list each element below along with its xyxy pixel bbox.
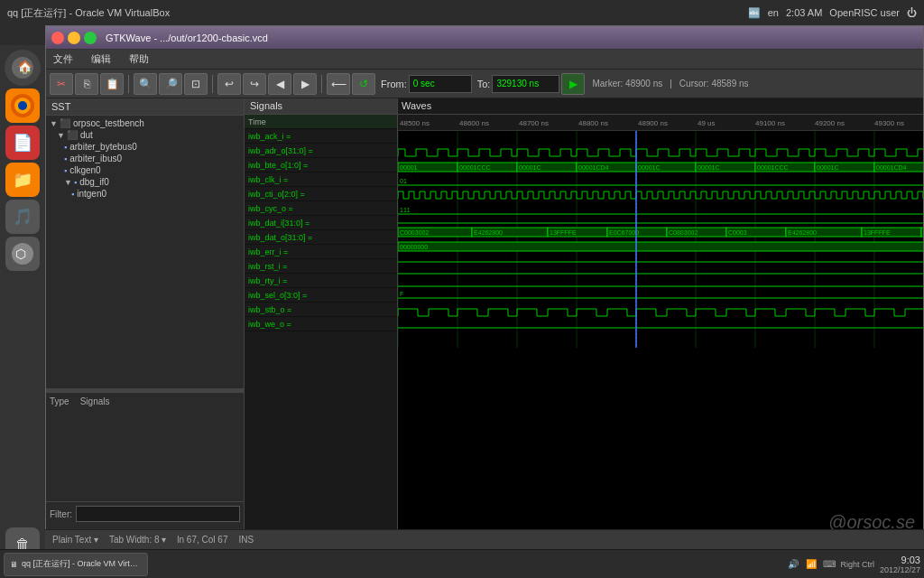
sst-type-signals: Type Signals bbox=[46, 393, 244, 501]
tree-label-arbiter-ibus: arbiter_ibus0 bbox=[69, 154, 122, 163]
signal-row-iwb-err[interactable]: iwb_err_i = bbox=[245, 245, 397, 259]
toolbar-from-label: From: bbox=[381, 79, 407, 89]
waves-area[interactable]: 48500 ns 48600 ns 48700 ns 48800 ns 4890… bbox=[398, 115, 923, 548]
svg-text:E4262800: E4262800 bbox=[788, 229, 817, 236]
sys-tray: 🔊 📶 ⌨ Right Ctrl bbox=[786, 557, 874, 572]
svg-text:E4262800: E4262800 bbox=[474, 229, 503, 236]
menu-file[interactable]: 文件 bbox=[50, 51, 77, 68]
svg-text:48700 ns: 48700 ns bbox=[519, 119, 549, 127]
toolbar-paste-button[interactable]: 📋 bbox=[100, 73, 124, 95]
svg-rect-94 bbox=[398, 242, 923, 251]
filter-input[interactable] bbox=[76, 506, 240, 522]
tree-leaf-icon-1: ▪ bbox=[64, 143, 67, 152]
toolbar-cut-button[interactable]: ✂ bbox=[50, 73, 73, 95]
svg-text:00001C: 00001C bbox=[638, 164, 661, 171]
toolbar-zoom-in-button[interactable]: 🔍 bbox=[134, 73, 157, 95]
sidebar-home-icon[interactable]: 🏠 bbox=[5, 50, 41, 86]
toolbar-copy-button[interactable]: ⎘ bbox=[75, 73, 98, 95]
signal-row-iwb-dat-o[interactable]: iwb_dat_o[31:0] = bbox=[245, 230, 397, 245]
tree-item-arbiter-ibus[interactable]: ▪ arbiter_ibus0 bbox=[62, 153, 242, 164]
menu-help[interactable]: 帮助 bbox=[125, 51, 152, 68]
toolbar-from-input[interactable] bbox=[409, 75, 472, 93]
tree-item-arbiter-bytebus[interactable]: ▪ arbiter_bytebus0 bbox=[62, 141, 242, 153]
tree-item-intgen[interactable]: ▪ intgen0 bbox=[69, 188, 242, 200]
svg-text:49100 ns: 49100 ns bbox=[755, 119, 785, 127]
waveform-display[interactable]: 00001 00001CCC 00001C 00001CD4 00001C 00… bbox=[398, 131, 923, 534]
window-maximize-button[interactable] bbox=[84, 32, 97, 44]
signal-row-iwb-cyc[interactable]: iwb_cyc_o = bbox=[245, 201, 397, 216]
toolbar-cursor-display: | bbox=[670, 79, 672, 89]
signal-row-time[interactable]: Time bbox=[245, 115, 397, 129]
toolbar-apply-button[interactable]: ▶ bbox=[561, 73, 585, 95]
toolbar-zoom-out-button[interactable]: 🔎 bbox=[159, 73, 182, 95]
signal-row-iwb-rst[interactable]: iwb_rst_i = bbox=[245, 259, 397, 274]
signal-name-iwb-dat-i: iwb_dat_i[31:0] = bbox=[248, 219, 393, 228]
toolbar-redo-button[interactable]: ↪ bbox=[243, 73, 266, 95]
signal-name-iwb-err: iwb_err_i = bbox=[248, 247, 393, 256]
menu-edit[interactable]: 编辑 bbox=[88, 51, 115, 68]
signal-row-iwb-stb[interactable]: iwb_stb_o = bbox=[245, 303, 397, 317]
signal-row-iwb-rty[interactable]: iwb_rty_i = bbox=[245, 274, 397, 288]
sidebar-firefox-icon[interactable] bbox=[5, 89, 40, 123]
taskbar-vbox-label: qq [正在运行] - Oracle VM VirtualBox bbox=[22, 558, 142, 570]
tree-item-clkgen[interactable]: ▪ clkgen0 bbox=[62, 164, 242, 176]
signal-row-iwb-we[interactable]: iwb_we_o = bbox=[245, 317, 397, 331]
taskbar-time: 9:03 bbox=[880, 555, 920, 565]
toolbar-goto-marker-button[interactable]: ⟵ bbox=[327, 73, 350, 95]
os-topbar: qq [正在运行] - Oracle VM VirtualBox 🔤 en 2:… bbox=[0, 0, 924, 25]
gtkwave-window: GTKWave - .../out/or1200-cbasic.vcd 文件 编… bbox=[45, 25, 924, 549]
signal-row-iwb-bte[interactable]: iwb_bte_o[1:0] = bbox=[245, 158, 397, 172]
tree-chip-dut-icon: ⬛ bbox=[67, 130, 78, 140]
tray-keyboard-icon[interactable]: ⌨ bbox=[822, 557, 836, 572]
tree-arrow-dbg: ▼ bbox=[64, 178, 72, 187]
svg-text:C0803002: C0803002 bbox=[669, 229, 698, 236]
tree-item-dbg[interactable]: ▼ ▪ dbg_if0 bbox=[62, 176, 242, 188]
signal-row-iwb-cti[interactable]: iwb_cti_o[2:0] = bbox=[245, 187, 397, 201]
taskbar-item-vbox[interactable]: 🖥 qq [正在运行] - Oracle VM VirtualBox bbox=[4, 553, 148, 576]
os-time: 2:03 AM bbox=[786, 7, 822, 18]
taskbar-vbox-icon: 🖥 bbox=[10, 560, 18, 569]
signal-name-iwb-clk: iwb_clk_i = bbox=[248, 175, 393, 184]
type-column-label: Type bbox=[50, 396, 69, 406]
window-minimize-button[interactable] bbox=[68, 32, 80, 44]
waves-header: Waves bbox=[398, 98, 923, 114]
signal-row-iwb-adr[interactable]: iwb_adr_o[31:0] = bbox=[245, 144, 397, 158]
sidebar-icon-1[interactable]: 📄 bbox=[5, 126, 40, 160]
tray-volume-icon[interactable]: 📶 bbox=[804, 557, 818, 572]
svg-text:01: 01 bbox=[400, 178, 407, 184]
tray-network-icon[interactable]: 🔊 bbox=[786, 557, 800, 572]
toolbar-separator-1 bbox=[128, 75, 129, 93]
toolbar-back-button[interactable]: ◀ bbox=[268, 73, 291, 95]
toolbar-cursor-value: Cursor: 48589 ns bbox=[679, 79, 749, 89]
toolbar-forward-button[interactable]: ▶ bbox=[293, 73, 317, 95]
toolbar-refresh-button[interactable]: ↺ bbox=[352, 73, 375, 95]
signal-row-iwb-clk[interactable]: iwb_clk_i = bbox=[245, 172, 397, 187]
sidebar-ubuntu-icon[interactable]: ⬡ bbox=[5, 237, 40, 271]
sst-tree[interactable]: ▼ ⬛ orpsoc_testbench ▼ ⬛ dut ▪ arbiter_b… bbox=[46, 116, 244, 388]
statusbar: Plain Text ▾ Tab Width: 8 ▾ ln 67, Col 6… bbox=[45, 529, 924, 549]
tree-item-dut[interactable]: ▼ ⬛ dut bbox=[55, 129, 242, 141]
svg-text:🏠: 🏠 bbox=[17, 60, 33, 75]
tree-arrow-expand: ▼ bbox=[50, 119, 58, 128]
signal-name-iwb-we: iwb_we_o = bbox=[248, 320, 393, 329]
gtkwave-menubar: 文件 编辑 帮助 bbox=[46, 50, 923, 70]
svg-text:00001CD4: 00001CD4 bbox=[578, 164, 609, 171]
signal-row-iwb-sel[interactable]: iwb_sel_o[3:0] = bbox=[245, 288, 397, 303]
toolbar-undo-button[interactable]: ↩ bbox=[217, 73, 241, 95]
tree-label-arbiter-bytebus: arbiter_bytebus0 bbox=[69, 142, 137, 152]
gtkwave-titlebar: GTKWave - .../out/or1200-cbasic.vcd bbox=[46, 26, 923, 50]
svg-text:E0C67000: E0C67000 bbox=[609, 229, 639, 236]
tree-chip-icon: ⬛ bbox=[60, 118, 70, 128]
signal-row-iwb-dat-i[interactable]: iwb_dat_i[31:0] = bbox=[245, 216, 397, 230]
signal-name-iwb-cyc: iwb_cyc_o = bbox=[248, 204, 393, 213]
sidebar-files-icon[interactable]: 📁 bbox=[5, 163, 40, 197]
signal-row-iwb-ack[interactable]: iwb_ack_i = bbox=[245, 129, 397, 144]
svg-text:00001CCC: 00001CCC bbox=[757, 164, 789, 171]
svg-point-4 bbox=[18, 101, 27, 110]
toolbar-to-input[interactable] bbox=[492, 75, 559, 93]
tree-item-orpsoc[interactable]: ▼ ⬛ orpsoc_testbench bbox=[48, 117, 242, 129]
toolbar-zoom-full-button[interactable]: ⊡ bbox=[184, 73, 208, 95]
signal-name-iwb-rst: iwb_rst_i = bbox=[248, 262, 393, 271]
window-close-button[interactable] bbox=[51, 32, 64, 44]
sidebar-media-icon[interactable]: 🎵 bbox=[5, 200, 40, 234]
